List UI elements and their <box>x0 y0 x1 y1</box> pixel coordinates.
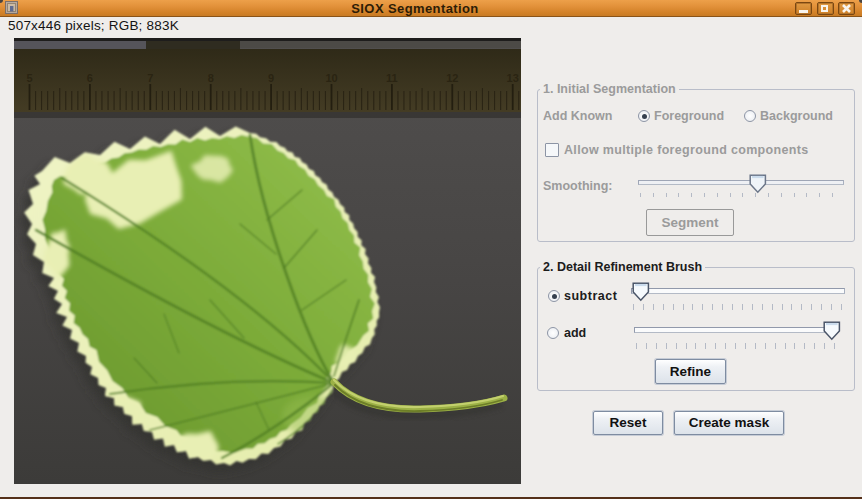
svg-text:7: 7 <box>147 72 153 84</box>
svg-text:10: 10 <box>325 72 337 84</box>
svg-text:11: 11 <box>386 72 398 84</box>
svg-text:5: 5 <box>26 72 32 84</box>
svg-text:8: 8 <box>208 72 214 84</box>
svg-text:12: 12 <box>446 72 458 84</box>
svg-text:13: 13 <box>507 72 519 84</box>
svg-text:6: 6 <box>87 72 93 84</box>
svg-text:9: 9 <box>268 72 274 84</box>
